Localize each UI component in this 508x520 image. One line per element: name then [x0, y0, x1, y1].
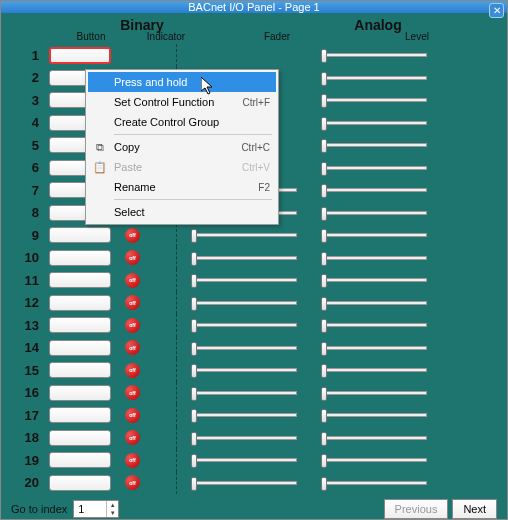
menu-item[interactable]: Press and hold [88, 72, 276, 92]
fader-slider[interactable] [191, 278, 297, 282]
off-indicator-icon: off [125, 228, 140, 243]
slider-thumb[interactable] [321, 184, 327, 198]
binary-button[interactable] [49, 317, 111, 333]
slider-thumb[interactable] [191, 477, 197, 491]
slider-thumb[interactable] [191, 252, 197, 266]
slider-thumb[interactable] [321, 432, 327, 446]
slider-thumb[interactable] [321, 454, 327, 468]
slider-thumb[interactable] [321, 387, 327, 401]
binary-button[interactable] [49, 452, 111, 468]
row: 18off [11, 427, 497, 450]
slider-thumb[interactable] [321, 409, 327, 423]
slider-thumb[interactable] [321, 162, 327, 176]
level-slider[interactable] [321, 413, 427, 417]
spinner-arrows[interactable]: ▲ ▼ [106, 501, 118, 517]
slider-thumb[interactable] [191, 229, 197, 243]
slider-thumb[interactable] [191, 387, 197, 401]
column-divider [176, 404, 177, 427]
level-slider[interactable] [321, 98, 427, 102]
slider-thumb[interactable] [321, 94, 327, 108]
slider-thumb[interactable] [191, 319, 197, 333]
slider-thumb[interactable] [321, 139, 327, 153]
fader-slider[interactable] [191, 391, 297, 395]
slider-thumb[interactable] [321, 49, 327, 63]
slider-thumb[interactable] [321, 252, 327, 266]
slider-thumb[interactable] [321, 72, 327, 86]
binary-button[interactable] [49, 272, 111, 288]
column-divider [176, 44, 177, 67]
level-slider[interactable] [321, 143, 427, 147]
level-slider[interactable] [321, 436, 427, 440]
context-menu[interactable]: Press and holdSet Control FunctionCtrl+F… [85, 69, 279, 225]
spinner-down-icon[interactable]: ▼ [107, 509, 118, 517]
fader-slider[interactable] [191, 368, 297, 372]
slider-thumb[interactable] [321, 319, 327, 333]
menu-separator [114, 134, 272, 135]
level-slider[interactable] [321, 211, 427, 215]
slider-thumb[interactable] [321, 229, 327, 243]
fader-slider[interactable] [191, 256, 297, 260]
fader-slider[interactable] [191, 301, 297, 305]
level-slider[interactable] [321, 391, 427, 395]
level-slider[interactable] [321, 121, 427, 125]
menu-item: 📋PasteCtrl+V [88, 157, 276, 177]
binary-button[interactable] [49, 362, 111, 378]
slider-thumb[interactable] [321, 364, 327, 378]
binary-button[interactable] [49, 250, 111, 266]
binary-button[interactable] [49, 47, 111, 64]
level-slider[interactable] [321, 166, 427, 170]
level-slider[interactable] [321, 458, 427, 462]
slider-thumb[interactable] [191, 297, 197, 311]
slider-thumb[interactable] [191, 409, 197, 423]
column-divider [176, 269, 177, 292]
slider-thumb[interactable] [321, 477, 327, 491]
menu-item[interactable]: Select [88, 202, 276, 222]
binary-button[interactable] [49, 430, 111, 446]
spinner-up-icon[interactable]: ▲ [107, 501, 118, 509]
button-subheader: Button [51, 31, 131, 42]
level-slider[interactable] [321, 278, 427, 282]
slider-thumb[interactable] [321, 274, 327, 288]
title-bar[interactable]: BACnet I/O Panel - Page 1 ✕ [1, 1, 507, 13]
fader-slider[interactable] [191, 436, 297, 440]
level-slider[interactable] [321, 346, 427, 350]
menu-item[interactable]: Create Control Group [88, 112, 276, 132]
slider-thumb[interactable] [321, 297, 327, 311]
binary-button[interactable] [49, 385, 111, 401]
slider-thumb[interactable] [321, 342, 327, 356]
level-slider[interactable] [321, 481, 427, 485]
slider-thumb[interactable] [321, 117, 327, 131]
level-slider[interactable] [321, 256, 427, 260]
index-spinner[interactable]: 1 ▲ ▼ [73, 500, 119, 518]
binary-button[interactable] [49, 295, 111, 311]
level-slider[interactable] [321, 323, 427, 327]
slider-thumb[interactable] [191, 364, 197, 378]
menu-item[interactable]: ⧉CopyCtrl+C [88, 137, 276, 157]
level-slider[interactable] [321, 233, 427, 237]
slider-thumb[interactable] [191, 454, 197, 468]
slider-thumb[interactable] [191, 274, 197, 288]
slider-thumb[interactable] [191, 342, 197, 356]
binary-button[interactable] [49, 475, 111, 491]
slider-thumb[interactable] [321, 207, 327, 221]
fader-slider[interactable] [191, 481, 297, 485]
binary-button[interactable] [49, 227, 111, 243]
level-slider[interactable] [321, 188, 427, 192]
next-button[interactable]: Next [452, 499, 497, 519]
binary-button[interactable] [49, 340, 111, 356]
previous-button[interactable]: Previous [384, 499, 449, 519]
fader-slider[interactable] [191, 458, 297, 462]
row: 10off [11, 247, 497, 270]
menu-item[interactable]: Set Control FunctionCtrl+F [88, 92, 276, 112]
menu-item[interactable]: RenameF2 [88, 177, 276, 197]
level-slider[interactable] [321, 76, 427, 80]
level-slider[interactable] [321, 301, 427, 305]
level-slider[interactable] [321, 368, 427, 372]
slider-thumb[interactable] [191, 432, 197, 446]
fader-slider[interactable] [191, 346, 297, 350]
level-slider[interactable] [321, 53, 427, 57]
fader-slider[interactable] [191, 233, 297, 237]
fader-slider[interactable] [191, 323, 297, 327]
fader-slider[interactable] [191, 413, 297, 417]
binary-button[interactable] [49, 407, 111, 423]
